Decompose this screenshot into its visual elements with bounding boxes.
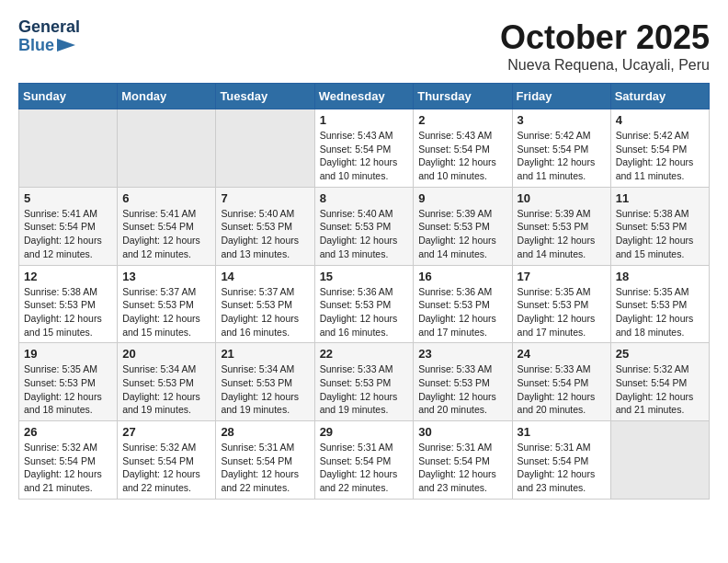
day-number: 21 — [221, 347, 309, 361]
day-cell: 13Sunrise: 5:37 AMSunset: 5:53 PMDayligh… — [118, 265, 216, 343]
day-number: 5 — [24, 191, 112, 205]
day-info: Sunrise: 5:36 AMSunset: 5:53 PMDaylight:… — [320, 285, 409, 339]
day-cell: 11Sunrise: 5:38 AMSunset: 5:53 PMDayligh… — [610, 187, 709, 265]
title-section: October 2025 Nueva Requena, Ucayali, Per… — [500, 18, 710, 74]
day-cell: 7Sunrise: 5:40 AMSunset: 5:53 PMDaylight… — [216, 187, 314, 265]
week-row-2: 5Sunrise: 5:41 AMSunset: 5:54 PMDaylight… — [19, 187, 710, 265]
day-cell: 28Sunrise: 5:31 AMSunset: 5:54 PMDayligh… — [216, 421, 314, 500]
day-cell: 9Sunrise: 5:39 AMSunset: 5:53 PMDaylight… — [414, 187, 512, 265]
day-info: Sunrise: 5:40 AMSunset: 5:53 PMDaylight:… — [320, 207, 409, 261]
day-cell: 10Sunrise: 5:39 AMSunset: 5:53 PMDayligh… — [512, 187, 610, 265]
day-info: Sunrise: 5:39 AMSunset: 5:53 PMDaylight:… — [518, 207, 606, 261]
day-number: 19 — [24, 347, 112, 361]
day-number: 31 — [518, 425, 606, 439]
day-number: 3 — [518, 113, 606, 127]
day-cell — [19, 109, 118, 188]
day-number: 15 — [320, 270, 409, 283]
day-info: Sunrise: 5:33 AMSunset: 5:54 PMDaylight:… — [518, 362, 606, 417]
day-info: Sunrise: 5:34 AMSunset: 5:53 PMDaylight:… — [221, 362, 309, 417]
day-cell: 14Sunrise: 5:37 AMSunset: 5:53 PMDayligh… — [216, 265, 314, 343]
header-saturday: Saturday — [610, 84, 709, 109]
day-cell — [610, 421, 709, 500]
day-info: Sunrise: 5:42 AMSunset: 5:54 PMDaylight:… — [616, 129, 704, 183]
day-number: 12 — [24, 270, 112, 283]
week-row-3: 12Sunrise: 5:38 AMSunset: 5:53 PMDayligh… — [19, 265, 710, 343]
day-info: Sunrise: 5:37 AMSunset: 5:53 PMDaylight:… — [221, 285, 309, 339]
day-cell: 5Sunrise: 5:41 AMSunset: 5:54 PMDaylight… — [19, 187, 118, 265]
day-cell — [216, 109, 314, 188]
day-number: 30 — [418, 425, 506, 439]
day-cell: 31Sunrise: 5:31 AMSunset: 5:54 PMDayligh… — [512, 421, 610, 500]
day-cell: 23Sunrise: 5:33 AMSunset: 5:53 PMDayligh… — [414, 343, 512, 421]
day-info: Sunrise: 5:32 AMSunset: 5:54 PMDaylight:… — [24, 441, 112, 495]
day-number: 7 — [221, 191, 309, 205]
day-number: 25 — [616, 347, 704, 361]
page-header: General Blue October 2025 Nueva Requena,… — [18, 18, 710, 74]
day-info: Sunrise: 5:38 AMSunset: 5:53 PMDaylight:… — [24, 285, 112, 339]
day-cell: 24Sunrise: 5:33 AMSunset: 5:54 PMDayligh… — [512, 343, 610, 421]
day-cell: 26Sunrise: 5:32 AMSunset: 5:54 PMDayligh… — [19, 421, 118, 500]
day-number: 8 — [320, 191, 409, 205]
day-number: 16 — [418, 270, 506, 283]
day-number: 22 — [320, 347, 409, 361]
day-cell: 15Sunrise: 5:36 AMSunset: 5:53 PMDayligh… — [314, 265, 414, 343]
day-number: 23 — [418, 347, 506, 361]
day-info: Sunrise: 5:37 AMSunset: 5:53 PMDaylight:… — [122, 285, 210, 339]
day-cell: 2Sunrise: 5:43 AMSunset: 5:54 PMDaylight… — [414, 109, 512, 188]
day-number: 29 — [320, 425, 409, 439]
day-info: Sunrise: 5:33 AMSunset: 5:53 PMDaylight:… — [418, 362, 506, 417]
day-number: 6 — [122, 191, 210, 205]
day-number: 17 — [518, 270, 606, 283]
day-cell — [118, 109, 216, 188]
day-cell: 21Sunrise: 5:34 AMSunset: 5:53 PMDayligh… — [216, 343, 314, 421]
week-row-1: 1Sunrise: 5:43 AMSunset: 5:54 PMDaylight… — [19, 109, 710, 188]
logo-general: General — [18, 18, 80, 37]
logo: General Blue — [18, 18, 80, 55]
day-number: 14 — [221, 270, 309, 283]
day-info: Sunrise: 5:32 AMSunset: 5:54 PMDaylight:… — [122, 441, 210, 495]
day-cell: 6Sunrise: 5:41 AMSunset: 5:54 PMDaylight… — [118, 187, 216, 265]
day-cell: 12Sunrise: 5:38 AMSunset: 5:53 PMDayligh… — [19, 265, 118, 343]
day-number: 28 — [221, 425, 309, 439]
day-cell: 17Sunrise: 5:35 AMSunset: 5:53 PMDayligh… — [512, 265, 610, 343]
day-info: Sunrise: 5:43 AMSunset: 5:54 PMDaylight:… — [418, 129, 506, 183]
day-info: Sunrise: 5:31 AMSunset: 5:54 PMDaylight:… — [221, 441, 309, 495]
logo-blue: Blue — [18, 37, 54, 55]
day-cell: 25Sunrise: 5:32 AMSunset: 5:54 PMDayligh… — [610, 343, 709, 421]
day-number: 20 — [122, 347, 210, 361]
day-cell: 29Sunrise: 5:31 AMSunset: 5:54 PMDayligh… — [314, 421, 414, 500]
day-info: Sunrise: 5:38 AMSunset: 5:53 PMDaylight:… — [616, 207, 704, 261]
day-info: Sunrise: 5:31 AMSunset: 5:54 PMDaylight:… — [320, 441, 409, 495]
day-cell: 18Sunrise: 5:35 AMSunset: 5:53 PMDayligh… — [610, 265, 709, 343]
day-info: Sunrise: 5:42 AMSunset: 5:54 PMDaylight:… — [518, 129, 606, 183]
day-info: Sunrise: 5:36 AMSunset: 5:53 PMDaylight:… — [418, 285, 506, 339]
day-info: Sunrise: 5:32 AMSunset: 5:54 PMDaylight:… — [616, 362, 704, 417]
week-row-5: 26Sunrise: 5:32 AMSunset: 5:54 PMDayligh… — [19, 421, 710, 500]
logo-arrow-icon — [57, 39, 75, 52]
header-tuesday: Tuesday — [216, 84, 314, 109]
day-number: 27 — [122, 425, 210, 439]
month-title: October 2025 — [500, 18, 710, 57]
day-number: 13 — [122, 270, 210, 283]
day-number: 11 — [616, 191, 704, 205]
header-wednesday: Wednesday — [314, 84, 414, 109]
location: Nueva Requena, Ucayali, Peru — [500, 57, 710, 74]
header-sunday: Sunday — [19, 84, 118, 109]
day-cell: 8Sunrise: 5:40 AMSunset: 5:53 PMDaylight… — [314, 187, 414, 265]
day-info: Sunrise: 5:40 AMSunset: 5:53 PMDaylight:… — [221, 207, 309, 261]
calendar-header-row: SundayMondayTuesdayWednesdayThursdayFrid… — [19, 84, 710, 109]
calendar-table: SundayMondayTuesdayWednesdayThursdayFrid… — [18, 83, 710, 500]
day-info: Sunrise: 5:31 AMSunset: 5:54 PMDaylight:… — [518, 441, 606, 495]
day-number: 10 — [518, 191, 606, 205]
day-info: Sunrise: 5:39 AMSunset: 5:53 PMDaylight:… — [418, 207, 506, 261]
day-info: Sunrise: 5:31 AMSunset: 5:54 PMDaylight:… — [418, 441, 506, 495]
week-row-4: 19Sunrise: 5:35 AMSunset: 5:53 PMDayligh… — [19, 343, 710, 421]
header-thursday: Thursday — [414, 84, 512, 109]
day-info: Sunrise: 5:35 AMSunset: 5:53 PMDaylight:… — [518, 285, 606, 339]
day-info: Sunrise: 5:34 AMSunset: 5:53 PMDaylight:… — [122, 362, 210, 417]
day-cell: 16Sunrise: 5:36 AMSunset: 5:53 PMDayligh… — [414, 265, 512, 343]
svg-marker-0 — [57, 39, 75, 52]
day-cell: 3Sunrise: 5:42 AMSunset: 5:54 PMDaylight… — [512, 109, 610, 188]
day-info: Sunrise: 5:41 AMSunset: 5:54 PMDaylight:… — [24, 207, 112, 261]
day-number: 24 — [518, 347, 606, 361]
